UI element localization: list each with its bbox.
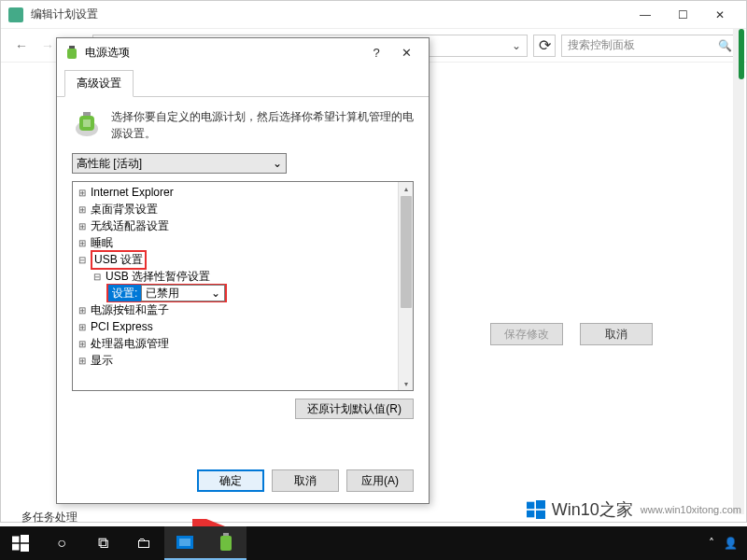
tree-expander-icon[interactable]: ⊞	[77, 204, 88, 215]
tree-item-label: USB 选择性暂停设置	[106, 269, 210, 285]
tree-item[interactable]: ⊞PCI Express	[77, 318, 409, 335]
tree-item-label: 处理器电源管理	[91, 336, 169, 352]
tree-item[interactable]: ⊞显示	[77, 352, 409, 369]
file-explorer-button[interactable]: 🗀	[123, 526, 164, 560]
restore-row: 还原计划默认值(R)	[72, 399, 414, 419]
tab-advanced[interactable]: 高级设置	[64, 70, 134, 97]
parent-bottom-text: 多任务处理	[21, 510, 78, 525]
restore-defaults-button[interactable]: 还原计划默认值(R)	[295, 399, 414, 419]
tree-item-label: 睡眠	[91, 235, 113, 251]
svg-rect-3	[83, 112, 91, 116]
dialog-title: 电源选项	[85, 45, 361, 61]
minimize-button[interactable]: —	[627, 2, 664, 28]
tree-expander-icon[interactable]: ⊞	[77, 238, 88, 248]
tree-expander-icon[interactable]: ⊟	[92, 272, 103, 282]
taskbar-app-power[interactable]	[205, 526, 247, 560]
tree-item[interactable]: 设置:已禁用⌄	[77, 285, 409, 301]
start-button[interactable]	[0, 526, 41, 560]
plan-select[interactable]: 高性能 [活动] ⌄	[72, 153, 287, 174]
dialog-description: 选择你要自定义的电源计划，然后选择你希望计算机管理的电源设置。	[111, 108, 414, 142]
tree-scroll-thumb[interactable]	[401, 196, 412, 308]
cancel-button[interactable]: 取消	[272, 469, 339, 492]
parent-cancel-button[interactable]: 取消	[580, 323, 653, 345]
tree-item-label: Internet Explorer	[91, 186, 174, 199]
tree-item-label: PCI Express	[91, 320, 153, 333]
dialog-description-row: 选择你要自定义的电源计划，然后选择你希望计算机管理的电源设置。	[72, 108, 414, 142]
tree-item[interactable]: ⊞Internet Explorer	[77, 184, 409, 201]
power-options-dialog: 电源选项 ? ✕ 高级设置 选择你要自定义的电源计划，然后选择你希望计算机管理的…	[56, 37, 430, 504]
tree-item[interactable]: ⊞桌面背景设置	[77, 201, 409, 217]
tree-expander-icon[interactable]: ⊟	[77, 255, 88, 265]
apply-button[interactable]: 应用(A)	[346, 469, 414, 492]
watermark-suffix: 之家	[599, 500, 633, 519]
tree-item-label: 电源按钮和盖子	[91, 302, 169, 318]
scroll-up-icon[interactable]: ▴	[399, 182, 414, 195]
watermark-brand: Win10	[552, 500, 599, 519]
svg-rect-15	[21, 544, 29, 552]
setting-value-select[interactable]: 已禁用⌄	[141, 285, 225, 301]
tree-item-label: 无线适配器设置	[91, 218, 169, 234]
scroll-down-icon[interactable]: ▾	[399, 377, 414, 390]
tree-item[interactable]: ⊟USB 设置	[77, 251, 409, 268]
dialog-buttons: 确定 取消 应用(A)	[197, 469, 414, 492]
search-input[interactable]: 搜索控制面板 🔍	[561, 35, 739, 57]
parent-title: 编辑计划设置	[31, 7, 627, 22]
chevron-down-icon: ⌄	[273, 157, 282, 170]
tree-item[interactable]: ⊞睡眠	[77, 234, 409, 251]
tree-expander-icon[interactable]: ⊞	[77, 339, 88, 349]
svg-rect-0	[69, 46, 75, 49]
tree-item[interactable]: ⊞电源按钮和盖子	[77, 301, 409, 318]
dialog-close-button[interactable]: ✕	[391, 41, 421, 63]
maximize-button[interactable]: ☐	[664, 2, 701, 28]
svg-rect-12	[12, 537, 20, 543]
parent-scrollbar[interactable]	[733, 29, 744, 514]
tree-expander-icon[interactable]: ⊞	[77, 221, 88, 231]
close-button[interactable]: ✕	[701, 2, 739, 28]
dialog-titlebar: 电源选项 ? ✕	[57, 38, 429, 66]
tree-expander-icon[interactable]: ⊞	[77, 188, 88, 198]
tree-expander-icon[interactable]: ⊞	[77, 305, 88, 315]
watermark: Win10之家 www.win10xitong.com	[526, 498, 741, 521]
dialog-help-button[interactable]: ?	[361, 41, 391, 63]
taskbar-app-settings[interactable]	[164, 526, 205, 560]
cortana-button[interactable]: ○	[41, 526, 82, 560]
task-view-button[interactable]: ⧉	[82, 526, 123, 560]
settings-tree: ⊞Internet Explorer⊞桌面背景设置⊞无线适配器设置⊞睡眠⊟USB…	[72, 181, 414, 391]
svg-rect-5	[83, 119, 91, 127]
svg-rect-8	[527, 502, 534, 510]
tree-item[interactable]: ⊟USB 选择性暂停设置	[77, 268, 409, 285]
tree-scrollbar[interactable]: ▴ ▾	[398, 182, 413, 390]
svg-rect-18	[223, 533, 229, 536]
setting-dropdown[interactable]: 设置:已禁用⌄	[106, 284, 227, 302]
svg-rect-11	[536, 511, 545, 519]
svg-rect-17	[179, 539, 190, 546]
search-icon: 🔍	[718, 39, 732, 52]
tree-item[interactable]: ⊞处理器电源管理	[77, 335, 409, 352]
windows-logo-icon	[526, 500, 546, 519]
tree-item[interactable]: ⊞无线适配器设置	[77, 217, 409, 234]
dialog-body: 选择你要自定义的电源计划，然后选择你希望计算机管理的电源设置。 高性能 [活动]…	[57, 97, 429, 430]
dialog-tabs: 高级设置	[57, 66, 429, 97]
parent-titlebar: 编辑计划设置 — ☐ ✕	[1, 1, 746, 29]
scrollbar-thumb[interactable]	[739, 29, 744, 79]
chevron-down-icon: ⌄	[211, 287, 220, 300]
svg-rect-1	[67, 49, 77, 59]
taskbar: ○ ⧉ 🗀 ˄ 👤	[0, 526, 747, 560]
refresh-button[interactable]: ⟳	[533, 35, 556, 57]
save-changes-button[interactable]: 保存修改	[490, 323, 563, 345]
ok-button[interactable]: 确定	[197, 469, 264, 492]
plan-icon	[72, 108, 102, 138]
back-button[interactable]: ←	[8, 33, 35, 59]
system-tray: ˄ 👤	[709, 537, 747, 550]
svg-rect-13	[21, 535, 29, 542]
breadcrumb-dropdown-icon[interactable]: ⌄	[512, 39, 521, 52]
power-icon	[64, 45, 79, 60]
tray-chevron-icon[interactable]: ˄	[709, 537, 714, 550]
tree-item-label: 显示	[91, 353, 113, 369]
svg-rect-14	[12, 544, 20, 551]
battery-icon	[8, 7, 23, 22]
svg-rect-9	[536, 500, 545, 509]
tree-expander-icon[interactable]: ⊞	[77, 322, 88, 332]
tray-people-icon[interactable]: 👤	[724, 537, 738, 550]
tree-expander-icon[interactable]: ⊞	[77, 356, 88, 366]
